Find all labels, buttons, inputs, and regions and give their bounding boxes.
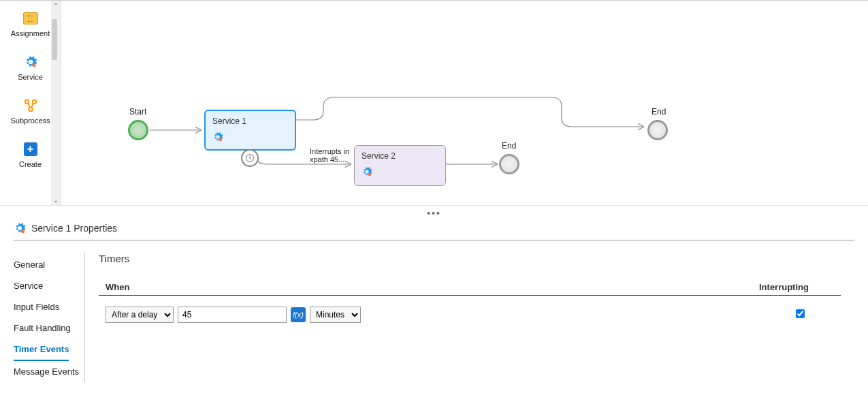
diagram-canvas[interactable]: Start Service 1 Interrupts in xpath 45..… [61, 1, 868, 205]
scroll-up-icon[interactable]: ⌃ [52, 1, 60, 11]
palette-sidebar: • –• – Assignment Service Subprocess + C… [0, 1, 61, 205]
properties-header: Service 1 Properties [14, 222, 854, 240]
end1-label: End [502, 141, 516, 151]
svg-point-9 [21, 230, 25, 233]
clock-icon [245, 153, 255, 163]
tab-general[interactable]: General [14, 254, 84, 275]
gear-icon [24, 55, 37, 69]
start-node[interactable] [128, 120, 148, 140]
svg-point-0 [32, 64, 35, 67]
palette-label: Assignment [3, 29, 58, 37]
timer-event-node[interactable] [241, 149, 259, 167]
tab-content-timer-events: Timers When Interrupting After a delay f… [85, 253, 854, 382]
drag-dots-icon: ••• [427, 208, 441, 219]
tab-service[interactable]: Service [14, 275, 84, 296]
palette-scrollbar[interactable]: ⌃ ⌄ [51, 1, 61, 205]
end2-label: End [652, 107, 666, 116]
tab-message-events[interactable]: Message Events [14, 361, 84, 382]
tab-fault-handling[interactable]: Fault Handling [14, 317, 84, 339]
svg-point-8 [368, 173, 372, 176]
assignment-icon: • –• – [23, 12, 38, 25]
col-header-when: When [99, 282, 759, 292]
scroll-thumb[interactable] [52, 19, 57, 60]
service2-node[interactable]: Service 2 [354, 145, 446, 186]
tab-timer-events[interactable]: Timer Events [14, 339, 69, 361]
service2-title: Service 2 [361, 151, 438, 161]
gear-icon [212, 131, 223, 142]
delay-value-input[interactable] [178, 307, 287, 323]
col-header-interrupting: Interrupting [759, 282, 841, 292]
plus-icon: + [24, 142, 37, 156]
gear-icon [14, 222, 26, 234]
end2-node[interactable] [647, 120, 668, 140]
subprocess-icon [23, 98, 38, 113]
service1-node[interactable]: Service 1 [204, 110, 296, 151]
scroll-down-icon[interactable]: ⌄ [52, 195, 60, 205]
palette-label: Subprocess [3, 116, 58, 125]
fx-icon: f(x) [293, 311, 304, 319]
start-label: Start [129, 107, 146, 116]
service1-title: Service 1 [212, 116, 288, 126]
end1-node[interactable] [499, 154, 519, 174]
properties-panel: Service 1 Properties General Service Inp… [0, 215, 868, 382]
fx-button[interactable]: f(x) [291, 307, 306, 322]
gear-icon [361, 166, 372, 177]
properties-title: Service 1 Properties [31, 223, 117, 234]
timer-label: Interrupts in xpath 45... [310, 147, 349, 163]
palette-label: Service [3, 73, 58, 81]
tab-input-fields[interactable]: Input Fields [14, 296, 84, 317]
section-title: Timers [99, 253, 841, 264]
unit-select[interactable]: Minutes [310, 307, 361, 323]
properties-tabs: General Service Input Fields Fault Handl… [14, 253, 85, 382]
when-select[interactable]: After a delay [106, 307, 174, 323]
panel-resizer[interactable]: ••• [0, 206, 868, 215]
palette-label: Create [3, 160, 58, 168]
interrupting-checkbox[interactable] [796, 309, 805, 318]
svg-point-6 [219, 138, 223, 142]
